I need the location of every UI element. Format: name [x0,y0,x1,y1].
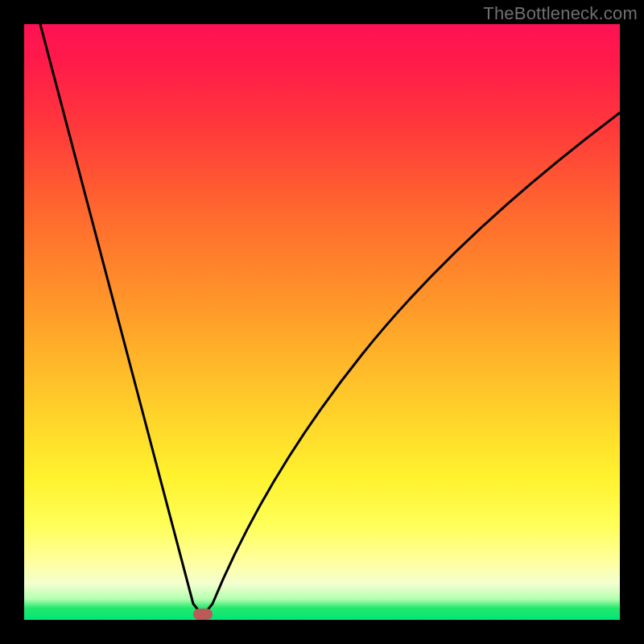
attribution-label: TheBottleneck.com [483,3,638,24]
bottleneck-curve [24,24,620,620]
plot-area [24,24,620,620]
chart-frame: TheBottleneck.com [0,0,644,644]
min-marker [193,609,213,620]
curve-path [40,24,620,616]
